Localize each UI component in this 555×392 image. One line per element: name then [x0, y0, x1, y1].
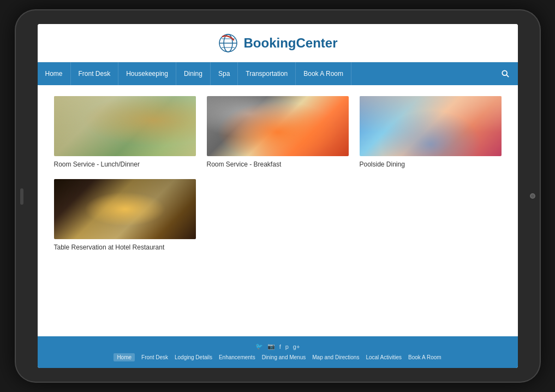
googleplus-icon[interactable]: g+	[293, 343, 300, 350]
tablet-frame: BookingCenter Home Front Desk Housekeepi…	[16, 10, 540, 382]
dining-item-room-service-breakfast[interactable]: Room Service - Breakfast	[207, 96, 349, 168]
twitter-icon[interactable]: 🐦	[255, 343, 263, 350]
dining-grid-top: Room Service - Lunch/Dinner Room Service…	[54, 96, 502, 168]
footer-nav-enhancements[interactable]: Enhancements	[219, 354, 255, 360]
svg-line-6	[506, 75, 509, 77]
nav-item-transportation[interactable]: Transportation	[238, 62, 296, 85]
logo-container: BookingCenter	[217, 32, 337, 54]
dining-item-room-service-lunch[interactable]: Room Service - Lunch/Dinner	[54, 96, 196, 168]
nav-item-dining[interactable]: Dining	[176, 62, 211, 85]
footer-nav-map-directions[interactable]: Map and Directions	[312, 354, 359, 360]
nav-item-book-a-room[interactable]: Book A Room	[296, 62, 351, 85]
dining-img-room-service-lunch	[54, 96, 196, 156]
dining-label-poolside-dining: Poolside Dining	[360, 161, 502, 168]
footer-nav-front-desk[interactable]: Front Desk	[141, 354, 168, 360]
dining-img-room-service-breakfast	[207, 96, 349, 156]
pinterest-icon[interactable]: p	[285, 343, 289, 350]
footer-nav-dining-menus[interactable]: Dining and Menus	[262, 354, 306, 360]
footer-nav-local-activities[interactable]: Local Activities	[366, 354, 402, 360]
tablet-side-button	[20, 188, 23, 205]
logo-globe-icon	[217, 32, 239, 54]
dining-grid-bottom: Table Reservation at Hotel Restaurant	[54, 179, 502, 251]
logo-text: BookingCenter	[243, 35, 337, 51]
tablet-home-button[interactable]	[530, 193, 535, 199]
site-footer: 🐦 📷 f p g+ Home Front Desk Lodging Detai…	[38, 336, 518, 368]
footer-nav-lodging-details[interactable]: Lodging Details	[175, 354, 212, 360]
facebook-icon[interactable]: f	[279, 343, 281, 350]
nav-item-spa[interactable]: Spa	[211, 62, 238, 85]
dining-img-table-reservation	[54, 179, 196, 239]
dining-item-table-reservation[interactable]: Table Reservation at Hotel Restaurant	[54, 179, 196, 251]
logo-plain-text: Booking	[243, 35, 296, 50]
main-content: Room Service - Lunch/Dinner Room Service…	[38, 85, 518, 336]
nav-item-housekeeping[interactable]: Housekeeping	[118, 62, 176, 85]
dining-item-poolside-dining[interactable]: Poolside Dining	[360, 96, 502, 168]
dining-label-room-service-lunch: Room Service - Lunch/Dinner	[54, 161, 196, 168]
search-icon	[502, 70, 509, 78]
main-nav: Home Front Desk Housekeeping Dining Spa …	[38, 62, 518, 85]
footer-social-icons: 🐦 📷 f p g+	[255, 343, 300, 350]
footer-nav-home[interactable]: Home	[114, 353, 135, 361]
footer-nav: Home Front Desk Lodging Details Enhancem…	[114, 353, 441, 361]
svg-point-5	[502, 70, 507, 75]
footer-nav-book-a-room[interactable]: Book A Room	[408, 354, 441, 360]
dining-label-table-reservation: Table Reservation at Hotel Restaurant	[54, 243, 196, 251]
site-header: BookingCenter	[38, 24, 518, 62]
nav-item-front-desk[interactable]: Front Desk	[71, 62, 119, 85]
logo-brand-text: Center	[296, 35, 337, 50]
nav-item-home[interactable]: Home	[38, 62, 71, 85]
tablet-screen: BookingCenter Home Front Desk Housekeepi…	[38, 24, 518, 368]
dining-label-room-service-breakfast: Room Service - Breakfast	[207, 161, 349, 168]
instagram-icon[interactable]: 📷	[267, 343, 275, 350]
nav-search-button[interactable]	[493, 62, 518, 85]
dining-img-poolside-dining	[360, 96, 502, 156]
